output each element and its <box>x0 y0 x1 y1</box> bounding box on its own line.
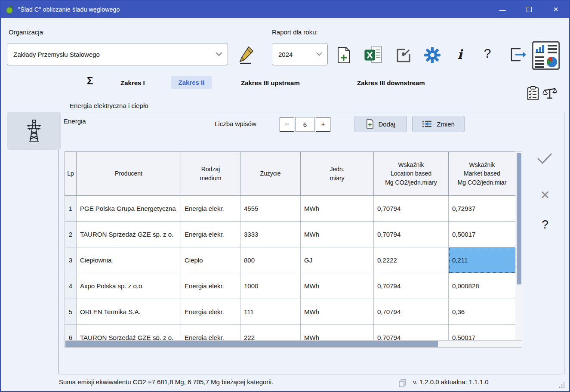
table-cell[interactable]: 0,70794 <box>374 299 449 325</box>
chevron-down-icon <box>316 52 322 56</box>
help-button[interactable]: ? <box>481 44 494 63</box>
power-pylon-icon <box>25 119 43 143</box>
table-cell[interactable]: Energia elekr. <box>181 299 240 325</box>
table-cell[interactable]: Energia elekr. <box>181 196 240 222</box>
table-cell[interactable]: Ciepłownia <box>77 247 181 273</box>
accept-button[interactable] <box>536 151 553 165</box>
table-cell[interactable]: 4555 <box>240 196 301 222</box>
energy-table-viewport: LpProducentRodzaj mediumZużycieJedn. mia… <box>65 151 515 340</box>
row-number-cell[interactable]: 6 <box>65 325 77 340</box>
table-cell[interactable]: 0,50017 <box>449 222 516 247</box>
minimize-button[interactable]: — <box>489 1 516 18</box>
checklist-button[interactable] <box>526 85 540 102</box>
import-button[interactable] <box>395 47 412 64</box>
column-header[interactable]: Jedn. miary <box>301 152 374 196</box>
table-cell[interactable]: MWh <box>301 325 374 340</box>
organization-label: Organizacja <box>9 28 43 36</box>
tab-zakres-1[interactable]: Zakres I <box>120 79 145 86</box>
tab-zakres-3-downstream[interactable]: Zakres III downstream <box>357 79 425 86</box>
excel-export-icon <box>364 46 383 64</box>
column-header[interactable]: Zużycie <box>240 152 301 196</box>
table-cell[interactable]: Energia elekr. <box>181 273 240 299</box>
horizontal-scrollbar-thumb[interactable] <box>65 341 438 347</box>
row-number-cell[interactable]: 4 <box>65 273 77 299</box>
table-cell[interactable]: ORLEN Termika S.A. <box>77 299 181 325</box>
row-number-cell[interactable]: 3 <box>65 247 77 273</box>
column-header[interactable]: Rodzaj medium <box>181 152 240 196</box>
table-cell[interactable]: MWh <box>301 273 374 299</box>
entries-count-value[interactable]: 6 <box>295 117 315 132</box>
table-cell[interactable]: 0,2222 <box>374 247 449 273</box>
change-button[interactable]: Zmień <box>412 116 465 132</box>
table-cell[interactable]: MWh <box>301 222 374 247</box>
table-cell[interactable]: Axpo Polska sp. z o.o. <box>77 273 181 299</box>
table-cell[interactable]: 0,70794 <box>374 222 449 247</box>
report-charts-button[interactable] <box>531 40 561 71</box>
settings-gear-icon <box>424 46 441 64</box>
new-report-icon <box>337 46 351 64</box>
table-cell[interactable]: 222 <box>240 325 301 340</box>
table-cell[interactable]: 0,211 <box>449 247 516 273</box>
help-icon: ? <box>484 46 491 61</box>
horizontal-scrollbar[interactable] <box>65 340 522 348</box>
info-button[interactable]: i <box>453 45 466 64</box>
vertical-scrollbar-thumb[interactable] <box>517 153 521 284</box>
table-cell[interactable]: 0,70794 <box>374 196 449 222</box>
entries-count-label: Liczba wpisów <box>215 120 256 127</box>
title-bar: "Ślad C" obliczanie śladu węglowego — ✕ <box>1 1 569 18</box>
table-cell[interactable]: 800 <box>240 247 301 273</box>
tab-summary[interactable]: Σ <box>87 75 93 87</box>
add-button[interactable]: Dodaj <box>354 116 407 132</box>
change-list-icon <box>422 120 432 128</box>
table-cell[interactable]: 3333 <box>240 222 301 247</box>
table-cell[interactable]: 0,70794 <box>374 325 449 340</box>
table-row: 1PGE Polska Grupa EnergetycznaEnergia el… <box>65 196 516 222</box>
column-header[interactable]: Lp <box>65 152 77 196</box>
report-year-label: Raport dla roku: <box>272 28 318 36</box>
table-cell[interactable]: 0,70794 <box>374 273 449 299</box>
excel-export-button[interactable] <box>364 46 383 65</box>
row-number-cell[interactable]: 2 <box>65 222 77 247</box>
entries-decrement-button[interactable]: − <box>280 117 294 132</box>
table-cell[interactable]: 1000 <box>240 273 301 299</box>
vertical-scrollbar[interactable] <box>516 151 522 341</box>
table-cell[interactable]: 111 <box>240 299 301 325</box>
report-year-combobox[interactable]: 2024 <box>272 43 328 65</box>
table-cell[interactable]: MWh <box>301 299 374 325</box>
close-button[interactable]: ✕ <box>542 1 569 18</box>
table-cell[interactable]: Energia elekr. <box>181 222 240 247</box>
cancel-button[interactable]: ✕ <box>538 188 552 202</box>
row-number-cell[interactable]: 5 <box>65 299 77 325</box>
scales-button[interactable] <box>542 86 558 101</box>
column-header[interactable]: Wskaźnik Location based Mg CO2/jedn.miar… <box>374 152 449 196</box>
table-cell[interactable]: TAURON Sprzedaż GZE sp. z o. <box>77 325 181 340</box>
entries-increment-button[interactable]: + <box>316 117 330 132</box>
settings-button[interactable] <box>423 46 441 65</box>
new-report-button[interactable] <box>336 46 352 65</box>
organization-combobox[interactable]: Zakłady Przemysłu Stalowego <box>7 43 228 65</box>
category-label: Energia elektryczna i ciepło <box>70 102 148 109</box>
table-cell[interactable]: MWh <box>301 196 374 222</box>
table-cell[interactable]: PGE Polska Grupa Energetyczna <box>77 196 181 222</box>
exit-button[interactable] <box>508 46 527 64</box>
table-cell[interactable]: Energia elekr. <box>181 325 240 340</box>
table-cell[interactable]: GJ <box>301 247 374 273</box>
table-cell[interactable]: TAURON Sprzedaż GZE sp. z o. <box>77 222 181 247</box>
table-cell[interactable]: 0,000828 <box>449 273 516 299</box>
table-cell[interactable]: 0,36 <box>449 299 516 325</box>
table-cell[interactable]: 0,50017 <box>449 325 516 340</box>
tab-zakres-2[interactable]: Zakres II <box>171 76 212 89</box>
row-help-button[interactable]: ? <box>539 216 552 233</box>
table-cell[interactable]: 0,72937 <box>449 196 516 222</box>
column-header[interactable]: Producent <box>77 152 181 196</box>
row-number-cell[interactable]: 1 <box>65 196 77 222</box>
column-header[interactable]: Wskaźnik Market based Mg CO2/jedn.miar <box>449 152 516 196</box>
resize-grip-icon[interactable] <box>558 381 565 388</box>
sidebar-item-energy[interactable] <box>7 112 61 150</box>
maximize-button[interactable] <box>516 1 542 18</box>
table-cell[interactable]: Ciepło <box>181 247 240 273</box>
edit-pencil-button[interactable] <box>237 45 256 65</box>
tab-zakres-3-upstream[interactable]: Zakres III upstream <box>241 79 300 86</box>
add-button-label: Dodaj <box>378 120 395 128</box>
exit-icon <box>509 46 527 63</box>
